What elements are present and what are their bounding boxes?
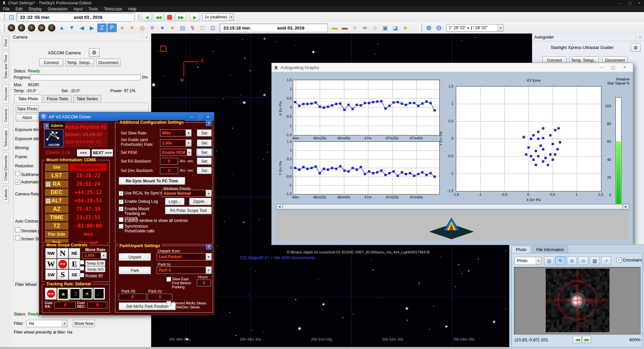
red-goggles-icon[interactable]: ∞ [360,23,370,32]
zoom-out-icon[interactable]: ⊖ [578,256,588,265]
toolbar-grip[interactable] [419,24,422,32]
scrollbar-thumb[interactable] [283,204,623,209]
unpark-from-select[interactable]: Last Parked▾ [157,253,212,260]
camera-connect-button[interactable]: Connect [39,59,63,66]
tab-photo[interactable]: Photo [512,246,531,253]
prev-page-button[interactable]: <<< [77,149,90,157]
resync-button[interactable]: Re-Sync Mount To PC Time [119,177,185,185]
tracking-solar-button[interactable]: ☀ [81,288,93,300]
rotate-90-checkbox[interactable] [80,273,84,277]
move-sw-button[interactable]: SW [45,270,57,280]
debug-checkbox[interactable]: ✓ [119,199,123,204]
graphs-scrollbar[interactable]: ◀ ▶ [276,204,629,210]
sync-pulse-checkbox[interactable] [119,224,123,229]
crosshairs-checkbox[interactable]: ✓ [616,258,622,263]
move-now-button[interactable]: Move Now [73,320,95,327]
screen-checkbox[interactable] [15,235,20,240]
screen-image-icon[interactable]: ▣ [380,23,390,32]
sidebar-tab[interactable]: Chart Elements [3,152,9,184]
swap-ew-button[interactable]: Swap E/W [85,260,105,266]
scroll-left-icon[interactable]: ◀ [276,204,282,209]
zoom-in-icon[interactable]: ⊕ [567,256,577,265]
toolbar-grip[interactable] [136,14,139,21]
tracking-stop-button[interactable]: STOP [45,288,57,300]
west-icon[interactable]: W [38,24,45,32]
next-image-button[interactable]: ▶▶ [582,336,591,343]
sync-star-icon[interactable]: ★ [46,198,51,203]
move-n-button[interactable]: N [57,248,68,258]
slew-rate-select[interactable]: 900x▾ [160,129,192,136]
tab-take-series[interactable]: Take Series [73,95,102,103]
select-arrow-icon[interactable]: ↖ [555,256,566,265]
toolbar-grip[interactable] [2,24,5,32]
pole-view-icon[interactable]: P [107,23,117,32]
pem-select[interactable]: Enable PEM▾ [160,149,192,156]
scroll-right-icon[interactable]: ▶ [623,204,629,209]
swap-ns-button[interactable]: Swap N/S [85,266,105,272]
menu-item[interactable]: Input [70,7,86,11]
hours-value[interactable]: 0 [197,280,211,286]
camera-disconnect-button[interactable]: Disconnect [96,59,120,66]
east-icon[interactable]: E [18,24,25,32]
tracking-lunar-button[interactable]: ☽ [69,288,81,300]
automatic-checkbox[interactable]: ✓ [15,180,20,185]
info-pointer-icon[interactable]: ↗ [601,256,611,265]
sidebar-tab[interactable]: Focuser [3,84,9,104]
pan-up-icon[interactable]: ▲ [57,23,66,32]
sidebar-tab[interactable]: Camera [3,106,9,125]
maximize-icon[interactable]: ▢ [196,114,204,119]
polar-scope-button[interactable]: RA Polar Scope Tool [165,207,212,214]
expand-checkbox[interactable] [119,217,123,222]
fov-frame-icon[interactable]: □ [198,23,207,32]
sidebar-tab[interactable]: Date and Time [3,52,9,82]
zoom-box-icon[interactable]: ▧ [590,256,600,265]
monitor-clock-icon[interactable]: ⊡ [7,13,16,21]
convert-checkbox[interactable] [166,301,171,306]
simulate-row[interactable]: Simulate p [15,227,40,233]
move-nw-button[interactable]: NW [45,248,57,258]
menu-item[interactable]: Edit [12,7,25,11]
north-icon[interactable]: N [8,24,15,32]
guide-rate-set-button[interactable]: Set [197,139,212,147]
menu-item[interactable]: Orientation [45,7,70,11]
close-icon[interactable]: × [619,65,630,70]
slew-east-checkbox[interactable] [166,277,171,282]
toolbar-grip[interactable] [2,14,5,21]
park-to-select[interactable]: Park 4▾ [157,267,212,274]
ra-backlash-value[interactable]: 0 [160,158,178,165]
zenith-view-icon[interactable]: Z [97,23,107,32]
south-icon[interactable]: S [28,24,35,32]
photo-view-select[interactable]: Photo ▾ [515,257,541,265]
stop-time-button[interactable] [164,13,175,21]
step-back-button[interactable]: ◀ [141,13,152,21]
star-cluster-icon[interactable]: ※ [148,23,157,32]
sidebar-tab[interactable]: Labels [3,186,9,203]
flashlight-on-icon[interactable]: ▬ [330,23,339,32]
ra-backlash-set-button[interactable]: Set [197,158,212,165]
camera-settings-button[interactable]: ⚙ [89,48,100,57]
tracking-sidereal-button[interactable]: ★ [57,288,69,300]
sync-star-icon[interactable]: ★ [46,182,51,187]
automatic-row[interactable]: ✓ Automatic [15,180,39,185]
help-icon[interactable]: ? [44,123,49,129]
dec-backlash-value[interactable]: 0 [160,167,178,174]
sidebar-tab[interactable]: Find [3,36,9,49]
priority-select[interactable]: Above Normal▾ [162,190,212,197]
pan-left-icon[interactable]: ◀ [77,23,87,32]
maximize-icon[interactable]: ▢ [625,1,635,5]
park-button[interactable]: Park [119,267,151,274]
minimize-icon[interactable]: – [616,1,625,5]
cust-dec-value[interactable]: 0 [87,302,107,308]
galaxy-icon[interactable]: ◎ [138,23,147,32]
dec-backlash-set-button[interactable]: Set [197,167,212,174]
help-icon[interactable]: ? [206,244,211,249]
sidebar-tab[interactable]: Telescope [3,127,9,150]
logs-button[interactable]: Logs... [165,198,184,205]
tab-take-photo[interactable]: Take Photo [14,95,42,103]
move-se-button[interactable]: SE [69,270,80,280]
guide-rate-select[interactable]: 1.00x▾ [160,139,192,147]
close-icon[interactable]: × [635,1,644,5]
track-unpark-checkbox[interactable]: ✓ [119,207,123,211]
zipper-button[interactable]: Zipper... [189,198,211,205]
cust-ra-value[interactable]: 0 [54,302,76,308]
